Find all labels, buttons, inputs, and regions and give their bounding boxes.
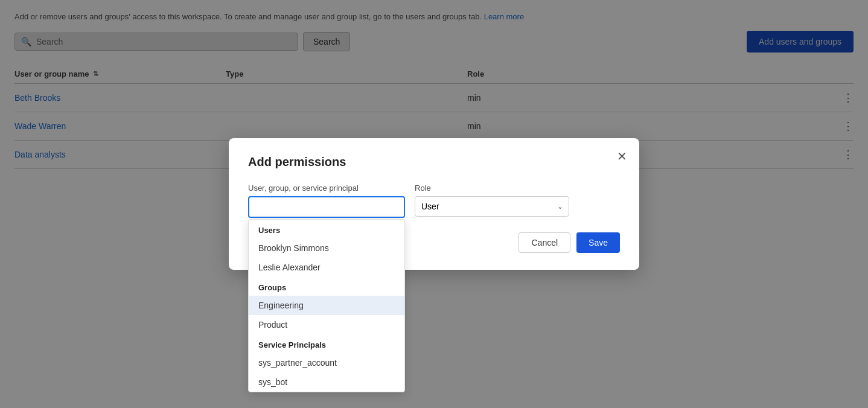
role-form-group: Role User Admin Viewer ⌄ (415, 183, 569, 217)
modal-title: Add permissions (248, 155, 620, 169)
principal-form-group: User, group, or service principal Users … (248, 183, 405, 218)
modal-close-button[interactable]: ✕ (617, 150, 627, 162)
form-row: User, group, or service principal Users … (248, 183, 620, 218)
dropdown-section-users: Users (249, 220, 404, 238)
dropdown-item-leslie[interactable]: Leslie Alexander (249, 258, 404, 277)
principal-label: User, group, or service principal (248, 183, 405, 193)
principal-input-wrapper: Users Brooklyn Simmons Leslie Alexander … (248, 196, 405, 218)
role-select-wrapper: User Admin Viewer ⌄ (415, 196, 569, 217)
dropdown-item-product[interactable]: Product (249, 315, 404, 334)
dropdown-item-brooklyn[interactable]: Brooklyn Simmons (249, 238, 404, 258)
principal-input[interactable] (248, 196, 405, 218)
dropdown-item-sys-partner[interactable]: sys_partner_account (249, 353, 404, 372)
dropdown-section-service-principals: Service Principals (249, 334, 404, 353)
dropdown-section-groups: Groups (249, 277, 404, 296)
dropdown-item-sys-bot[interactable]: sys_bot (249, 372, 404, 392)
role-label: Role (415, 183, 569, 193)
principal-dropdown: Users Brooklyn Simmons Leslie Alexander … (248, 219, 405, 392)
role-select[interactable]: User Admin Viewer (415, 196, 569, 217)
cancel-button[interactable]: Cancel (519, 232, 570, 253)
dropdown-item-engineering[interactable]: Engineering (249, 296, 404, 315)
save-button[interactable]: Save (576, 232, 620, 253)
add-permissions-modal: Add permissions ✕ User, group, or servic… (229, 138, 639, 270)
modal-overlay: Add permissions ✕ User, group, or servic… (0, 0, 868, 408)
